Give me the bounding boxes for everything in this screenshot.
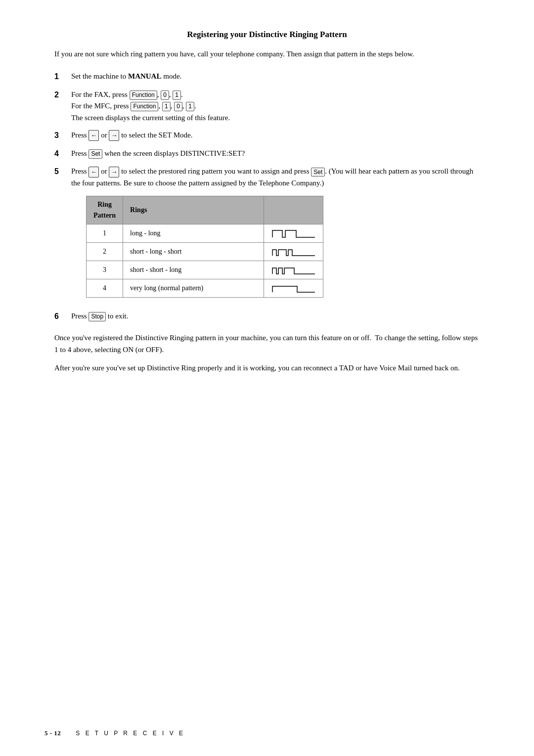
table-header-pattern: RingPattern [87, 196, 123, 224]
key-set-5: Set [311, 168, 325, 177]
key-0-2: 0 [174, 102, 182, 111]
step-3-content: Press ← or → to select the SET Mode. [71, 130, 192, 141]
step-2: 2 For the FAX, press Function, 0, 1. For… [54, 89, 480, 124]
pattern-num-4: 4 [87, 279, 123, 297]
page-content: Registering your Distinctive Ringing Pat… [54, 30, 480, 374]
step-4-num: 4 [54, 148, 68, 160]
step-3-num: 3 [54, 130, 68, 142]
step-2-num: 2 [54, 89, 68, 101]
pattern-num-2: 2 [87, 242, 123, 261]
intro-paragraph: If you are not sure which ring pattern y… [54, 48, 480, 60]
table-row-1: 1 long - long [87, 224, 323, 242]
step-6-num: 6 [54, 311, 68, 323]
pattern-svg-4 [264, 279, 323, 297]
pattern-desc-2: short - long - short [123, 242, 264, 261]
step-5-num: 5 [54, 166, 68, 178]
key-function-1: Function [130, 90, 157, 100]
step-5-content: Press ← or → to select the prestored rin… [71, 166, 480, 304]
footer-text: Once you've registered the Distinctive R… [54, 332, 480, 374]
pattern-svg-1 [264, 224, 323, 242]
step-2-line1: For the FAX, press Function, 0, 1. [71, 89, 230, 100]
footer-para-1: Once you've registered the Distinctive R… [54, 332, 480, 356]
chapter-label: S E T U P R E C E I V E [76, 730, 185, 737]
step-1: 1 Set the machine to MANUAL mode. [54, 71, 480, 83]
step-4-content: Press Set when the screen displays DISTI… [71, 148, 245, 159]
step-5: 5 Press ← or → to select the prestored r… [54, 166, 480, 304]
pattern-num-3: 3 [87, 261, 123, 279]
key-1-3: 1 [186, 102, 194, 111]
pattern-svg-3 [264, 261, 323, 279]
section-title: Registering your Distinctive Ringing Pat… [54, 30, 480, 40]
step-1-manual: MANUAL [128, 72, 162, 80]
step-2-line3: The screen displays the current setting … [71, 112, 230, 124]
step-1-content: Set the machine to MANUAL mode. [71, 71, 181, 82]
table-row-2: 2 short - long - short [87, 242, 323, 261]
table-row-3: 3 short - short - long [87, 261, 323, 279]
key-set-4: Set [89, 149, 102, 159]
arrow-right-icon-3: → [109, 130, 119, 141]
step-6: 6 Press Stop to exit. [54, 311, 480, 323]
pattern-num-1: 1 [87, 224, 123, 242]
key-0-1: 0 [161, 90, 169, 100]
key-1-1: 1 [173, 90, 181, 100]
table-row-4: 4 very long (normal pattern) [87, 279, 323, 297]
arrow-right-icon-5: → [109, 167, 119, 178]
step-6-content: Press Stop to exit. [71, 311, 129, 322]
pattern-desc-4: very long (normal pattern) [123, 279, 264, 297]
steps-list: 1 Set the machine to MANUAL mode. 2 For … [54, 71, 480, 322]
pattern-desc-3: short - short - long [123, 261, 264, 279]
step-3: 3 Press ← or → to select the SET Mode. [54, 130, 480, 142]
table-header-rings: Rings [123, 196, 264, 224]
step-4: 4 Press Set when the screen displays DIS… [54, 148, 480, 160]
step-2-content: For the FAX, press Function, 0, 1. For t… [71, 89, 230, 124]
arrow-left-icon-5: ← [89, 167, 99, 178]
key-function-2: Function [131, 102, 158, 111]
page-footer: 5 - 12 S E T U P R E C E I V E [44, 729, 490, 737]
key-1-2: 1 [162, 102, 171, 111]
footer-para-2: After you're sure you've set up Distinct… [54, 362, 480, 374]
step-2-line2: For the MFC, press Function, 1, 0, 1. [71, 100, 230, 112]
ring-pattern-table: RingPattern Rings 1 long - long [86, 196, 323, 297]
key-stop-6: Stop [89, 312, 106, 321]
page-number: 5 - 12 [44, 729, 61, 737]
pattern-svg-2 [264, 242, 323, 261]
arrow-left-icon-3: ← [89, 130, 99, 141]
step-1-num: 1 [54, 71, 68, 83]
pattern-desc-1: long - long [123, 224, 264, 242]
table-header-visual [264, 196, 323, 224]
